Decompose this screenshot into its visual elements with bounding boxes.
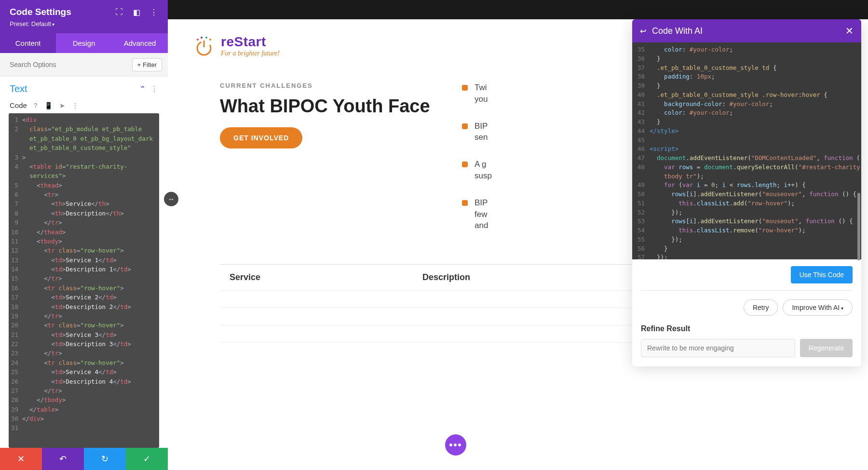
svg-point-2: [197, 39, 199, 40]
resize-handle[interactable]: ↔: [164, 192, 178, 206]
search-row: +Filter: [0, 53, 168, 77]
code-editor[interactable]: 1<div2 class="et_pb_module et_pb_table e…: [9, 113, 159, 448]
logo-tagline: For a brighter future!: [221, 50, 280, 57]
section-header: Text ⌃ ⋮: [0, 77, 168, 98]
fab-button[interactable]: •••: [445, 434, 466, 456]
plus-icon: +: [137, 61, 141, 68]
sidebar-header: Code Settings ⛶ ◧ ⋮ Preset: Default▾: [0, 0, 168, 33]
tab-advanced[interactable]: Advanced: [112, 33, 168, 53]
bullet-list: Twi you BIP sen A g susp BIP few and: [462, 82, 494, 247]
retry-button[interactable]: Retry: [744, 299, 778, 316]
cta-button[interactable]: GET INVOLVED: [220, 127, 302, 148]
save-button[interactable]: ✓: [126, 448, 168, 470]
regenerate-button[interactable]: Regenerate: [800, 339, 853, 357]
logo-mark-icon: [192, 34, 216, 58]
cursor-icon[interactable]: ➤: [59, 102, 65, 109]
table-header-service: Service: [230, 272, 422, 282]
help-icon[interactable]: ?: [34, 102, 38, 109]
preset-selector[interactable]: Preset: Default▾: [10, 20, 158, 27]
ai-panel-title: Code With AI: [652, 26, 703, 36]
ai-panel: ↩ Code With AI ✕ 35 color: #your-color;3…: [632, 19, 861, 366]
code-more-icon[interactable]: ⋮: [72, 102, 79, 109]
panel-icon[interactable]: ◧: [132, 8, 141, 16]
refine-input[interactable]: [641, 339, 795, 357]
search-input[interactable]: [6, 58, 132, 71]
section-title: Text: [10, 83, 27, 94]
bullet-icon: [462, 123, 468, 129]
sidebar-title: Code Settings: [10, 7, 71, 17]
tab-design[interactable]: Design: [56, 33, 112, 53]
improve-button[interactable]: Improve With AI: [783, 299, 853, 316]
ai-panel-header: ↩ Code With AI ✕: [632, 19, 861, 42]
more-icon[interactable]: ⋮: [149, 8, 158, 16]
logo[interactable]: reStart For a brighter future!: [192, 34, 280, 58]
svg-point-5: [209, 39, 211, 40]
bullet-text: BIP sen: [475, 121, 494, 144]
settings-tabs: Content Design Advanced: [0, 33, 168, 53]
bullet-text: BIP few and: [475, 197, 494, 231]
bottom-actions: ✕ ↶ ↻ ✓: [0, 448, 168, 470]
close-icon[interactable]: ✕: [845, 25, 854, 37]
collapse-icon[interactable]: ⌃: [139, 84, 146, 94]
bullet-icon: [462, 200, 468, 206]
bullet-text: A g susp: [475, 159, 494, 182]
ai-code-output[interactable]: 35 color: #your-color;36 }37 .et_pb_tabl…: [632, 42, 861, 259]
redo-button[interactable]: ↻: [84, 448, 126, 470]
bullet-icon: [462, 161, 468, 167]
cancel-button[interactable]: ✕: [0, 448, 42, 470]
table-header-description: Description: [422, 272, 470, 282]
refine-label: Refine Result: [641, 324, 853, 333]
svg-point-3: [201, 37, 203, 39]
settings-sidebar: Code Settings ⛶ ◧ ⋮ Preset: Default▾ Con…: [0, 0, 168, 470]
logo-text: reStart: [221, 34, 280, 50]
tab-content[interactable]: Content: [0, 33, 56, 53]
back-icon[interactable]: ↩: [640, 27, 646, 36]
code-label: Code: [10, 101, 27, 109]
use-code-button[interactable]: Use This Code: [791, 266, 853, 283]
section-more-icon[interactable]: ⋮: [150, 84, 158, 94]
expand-icon[interactable]: ⛶: [115, 8, 123, 16]
bullet-icon: [462, 85, 468, 91]
bullet-text: Twi you: [475, 82, 494, 105]
mobile-icon[interactable]: 📱: [44, 102, 53, 109]
filter-button[interactable]: +Filter: [132, 58, 162, 71]
scrollbar[interactable]: [857, 193, 860, 260]
undo-button[interactable]: ↶: [42, 448, 84, 470]
svg-point-4: [205, 37, 207, 39]
code-label-row: Code ? 📱 ➤ ⋮: [0, 98, 168, 113]
